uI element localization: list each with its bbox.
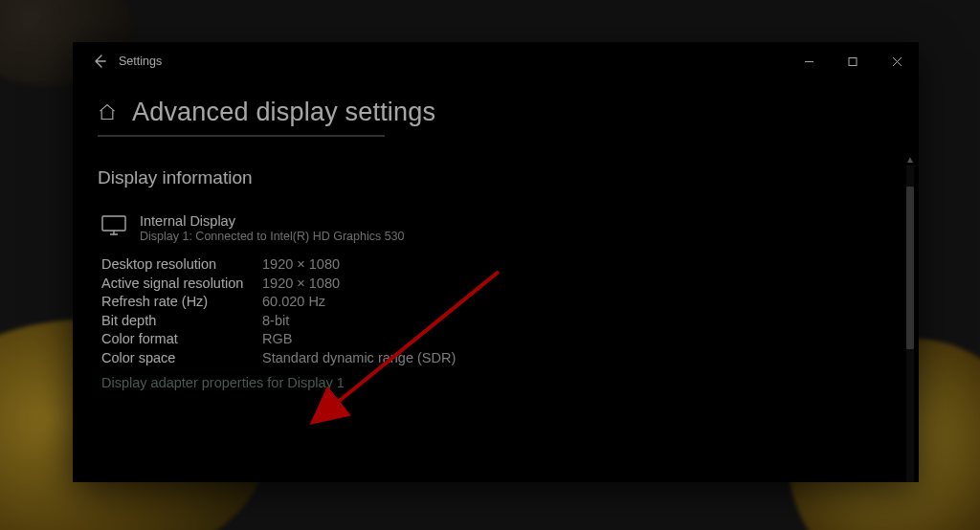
minimize-button[interactable] (787, 42, 831, 80)
close-button[interactable] (875, 42, 919, 80)
page-title: Advanced display settings (132, 98, 435, 127)
home-icon[interactable] (98, 102, 117, 121)
spec-color-format: Color format RGB (101, 331, 888, 346)
spec-value: 8-bit (262, 313, 289, 328)
annotation-arrow-icon (73, 42, 919, 482)
display-name: Internal Display (140, 213, 405, 229)
svg-rect-0 (849, 57, 857, 65)
window-controls (787, 42, 919, 80)
spec-bit-depth: Bit depth 8-bit (101, 313, 888, 328)
titlebar: Settings (73, 42, 919, 80)
spec-label: Refresh rate (Hz) (101, 294, 262, 309)
maximize-button[interactable] (831, 42, 875, 80)
svg-line-2 (322, 272, 499, 415)
back-button[interactable] (80, 42, 119, 80)
spec-label: Active signal resolution (101, 276, 262, 291)
spec-desktop-resolution: Desktop resolution 1920 × 1080 (101, 256, 888, 272)
spec-value: Standard dynamic range (SDR) (262, 350, 456, 365)
desktop-background: Settings Advanced display settings (0, 0, 980, 530)
spec-value: 60.020 Hz (262, 294, 325, 309)
settings-window: Settings Advanced display settings (73, 42, 919, 482)
display-subtitle: Display 1: Connected to Intel(R) HD Grap… (140, 230, 405, 243)
display-adapter-properties-link[interactable]: Display adapter properties for Display 1 (101, 375, 888, 390)
scroll-up-arrow-icon[interactable]: ▲ (903, 152, 917, 166)
spec-value: 1920 × 1080 (262, 276, 340, 291)
spec-active-signal-resolution: Active signal resolution 1920 × 1080 (101, 276, 888, 291)
page-heading-row: Advanced display settings (73, 80, 919, 127)
monitor-icon (101, 215, 126, 236)
section-title: Display information (98, 167, 888, 188)
scrollbar-track[interactable] (906, 166, 914, 482)
content-scroll-area: Display information Internal Display Dis… (73, 152, 919, 482)
scrollbar-thumb[interactable] (906, 187, 914, 349)
scrollbar[interactable]: ▲ ▼ (903, 152, 917, 482)
svg-rect-1 (102, 216, 125, 231)
spec-label: Color space (101, 350, 262, 365)
spec-value: 1920 × 1080 (262, 256, 340, 272)
spec-label: Desktop resolution (101, 256, 262, 272)
display-block: Internal Display Display 1: Connected to… (101, 213, 888, 243)
spec-refresh-rate: Refresh rate (Hz) 60.020 Hz (101, 294, 888, 309)
spec-color-space: Color space Standard dynamic range (SDR) (101, 350, 888, 365)
spec-label: Color format (101, 331, 262, 346)
spec-label: Bit depth (101, 313, 262, 328)
spec-value: RGB (262, 331, 292, 346)
app-name: Settings (119, 55, 162, 68)
back-arrow-icon (92, 54, 107, 69)
heading-underline (98, 135, 385, 137)
